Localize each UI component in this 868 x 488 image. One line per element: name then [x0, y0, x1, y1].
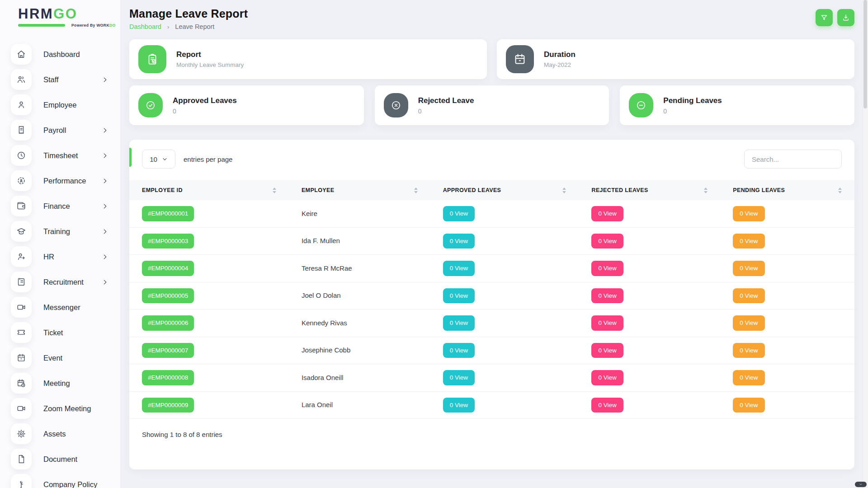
home-icon — [11, 44, 32, 65]
rejected-leaves-view-button[interactable]: 0 View — [591, 370, 623, 385]
sidebar-item-event[interactable]: Event — [0, 345, 120, 371]
approved-leaves-title: Approved Leaves — [173, 96, 237, 105]
scroll-down-button[interactable] — [855, 482, 867, 487]
employee-id-badge[interactable]: #EMP0000003 — [142, 234, 194, 249]
sidebar-item-recruitment[interactable]: Recruitment — [0, 269, 120, 295]
sidebar-item-dashboard[interactable]: Dashboard — [0, 42, 120, 67]
duration-card-title: Duration — [544, 50, 576, 59]
table-body: #EMP0000001 Keire 0 View 0 View 0 View #… — [129, 200, 854, 419]
employee-name: Teresa R McRae — [302, 264, 352, 272]
approved-leaves-view-button[interactable]: 0 View — [443, 315, 475, 331]
rejected-leave-title: Rejected Leave — [418, 96, 474, 105]
video-icon — [11, 297, 32, 318]
approved-leaves-view-button[interactable]: 0 View — [443, 370, 475, 385]
approved-leaves-view-button[interactable]: 0 View — [443, 343, 475, 358]
sidebar-item-staff[interactable]: Staff — [0, 67, 120, 92]
logo-text-primary: HRM — [18, 6, 53, 22]
chevron-right-icon — [102, 127, 108, 134]
approved-leaves-card: Approved Leaves 0 — [129, 85, 364, 125]
sidebar-item-hr[interactable]: HR — [0, 244, 120, 269]
approved-leaves-view-button[interactable]: 0 View — [443, 398, 475, 413]
sidebar-item-document[interactable]: Document — [0, 446, 120, 472]
pending-leaves-card: Pending Leaves 0 — [620, 85, 854, 125]
pending-leaves-view-button[interactable]: 0 View — [733, 343, 764, 358]
chevron-right-icon — [102, 152, 108, 159]
sort-icon[interactable] — [704, 188, 708, 193]
export-download-button[interactable] — [837, 9, 854, 26]
pending-leaves-view-button[interactable]: 0 View — [733, 398, 764, 413]
sidebar-item-timesheet[interactable]: Timesheet — [0, 143, 120, 168]
chevron-down-icon — [162, 156, 168, 162]
table-header-row: Employee ID Employee Approved Leaves Rej… — [129, 180, 854, 200]
sidebar-item-finance[interactable]: Finance — [0, 193, 120, 219]
column-header-approved-leaves: Approved Leaves — [430, 180, 579, 200]
pending-leaves-view-button[interactable]: 0 View — [733, 261, 764, 276]
rejected-leaves-view-button[interactable]: 0 View — [591, 343, 623, 358]
approved-leaves-view-button[interactable]: 0 View — [443, 288, 475, 304]
chevron-right-icon — [102, 228, 108, 235]
pending-leaves-view-button[interactable]: 0 View — [733, 315, 764, 331]
clipboard-check-icon — [138, 45, 166, 73]
sidebar-item-training[interactable]: Training — [0, 219, 120, 244]
chevron-right-icon — [102, 253, 108, 260]
sidebar-item-employee[interactable]: Employee — [0, 92, 120, 117]
users-icon — [11, 69, 32, 90]
page-scrollbar[interactable] — [863, 0, 868, 488]
powered-by-label: Powered By WORKDO — [71, 23, 116, 28]
pending-leaves-view-button[interactable]: 0 View — [733, 288, 764, 304]
leave-report-table: Employee ID Employee Approved Leaves Rej… — [129, 180, 854, 419]
sidebar-item-meeting[interactable]: Meeting — [0, 371, 120, 396]
pending-leaves-view-button[interactable]: 0 View — [733, 206, 764, 221]
employee-id-badge[interactable]: #EMP0000008 — [142, 370, 194, 385]
filter-button[interactable] — [816, 9, 833, 26]
sidebar-item-ticket[interactable]: Ticket — [0, 320, 120, 345]
minus-circle-icon — [629, 93, 653, 117]
rejected-leaves-view-button[interactable]: 0 View — [591, 288, 623, 304]
sort-icon[interactable] — [414, 188, 418, 193]
app-logo[interactable]: HRMGO Powered By WORKDO — [0, 0, 120, 38]
sidebar-item-assets[interactable]: Assets — [0, 421, 120, 446]
filter-icon — [820, 14, 828, 22]
approved-leaves-view-button[interactable]: 0 View — [443, 261, 475, 276]
scrollbar-thumb[interactable] — [863, 0, 867, 108]
search-input[interactable] — [744, 150, 842, 169]
employee-id-badge[interactable]: #EMP0000001 — [142, 206, 194, 221]
sort-icon[interactable] — [562, 188, 566, 193]
approved-leaves-view-button[interactable]: 0 View — [443, 234, 475, 249]
sort-icon[interactable] — [273, 188, 276, 193]
gear-icon — [11, 423, 32, 444]
entries-per-page-select[interactable]: 10 — [142, 150, 175, 169]
rejected-leave-card: Rejected Leave 0 — [375, 85, 609, 125]
sidebar-item-messenger[interactable]: Messenger — [0, 295, 120, 320]
sort-icon[interactable] — [838, 188, 842, 193]
employee-id-badge[interactable]: #EMP0000009 — [142, 398, 194, 413]
pending-leaves-view-button[interactable]: 0 View — [733, 370, 764, 385]
column-header-employee-id: Employee ID — [129, 180, 289, 200]
rejected-leaves-view-button[interactable]: 0 View — [591, 206, 623, 221]
chevron-down-icon — [859, 483, 863, 486]
calendar-clock-icon — [11, 373, 32, 394]
rejected-leaves-view-button[interactable]: 0 View — [591, 234, 623, 249]
sidebar-item-company-policy[interactable]: Company Policy — [0, 472, 120, 488]
pending-leaves-view-button[interactable]: 0 View — [733, 234, 764, 249]
ticket-icon — [11, 322, 32, 343]
rejected-leaves-view-button[interactable]: 0 View — [591, 261, 623, 276]
approved-leaves-view-button[interactable]: 0 View — [443, 206, 475, 221]
logo-wordmark: HRMGO — [18, 6, 120, 22]
sidebar-item-zoom-meeting[interactable]: Zoom Meeting — [0, 396, 120, 421]
breadcrumb-dashboard-link[interactable]: Dashboard — [129, 23, 161, 30]
employee-name: Ida F. Mullen — [302, 237, 340, 244]
table-row: #EMP0000004 Teresa R McRae 0 View 0 View… — [129, 255, 854, 282]
employee-id-badge[interactable]: #EMP0000005 — [142, 288, 194, 304]
rejected-leaves-view-button[interactable]: 0 View — [591, 398, 623, 413]
employee-id-badge[interactable]: #EMP0000004 — [142, 261, 194, 276]
sidebar-item-performance[interactable]: Performance — [0, 168, 120, 193]
rejected-leaves-view-button[interactable]: 0 View — [591, 315, 623, 331]
employee-id-badge[interactable]: #EMP0000007 — [142, 343, 194, 358]
page-title: Manage Leave Report — [129, 7, 248, 20]
employee-id-badge[interactable]: #EMP0000006 — [142, 315, 194, 331]
table-row: #EMP0000007 Josephine Cobb 0 View 0 View… — [129, 337, 854, 364]
breadcrumb: Dashboard › Leave Report — [129, 23, 248, 30]
breadcrumb-separator: › — [167, 23, 169, 30]
sidebar-item-payroll[interactable]: Payroll — [0, 117, 120, 143]
